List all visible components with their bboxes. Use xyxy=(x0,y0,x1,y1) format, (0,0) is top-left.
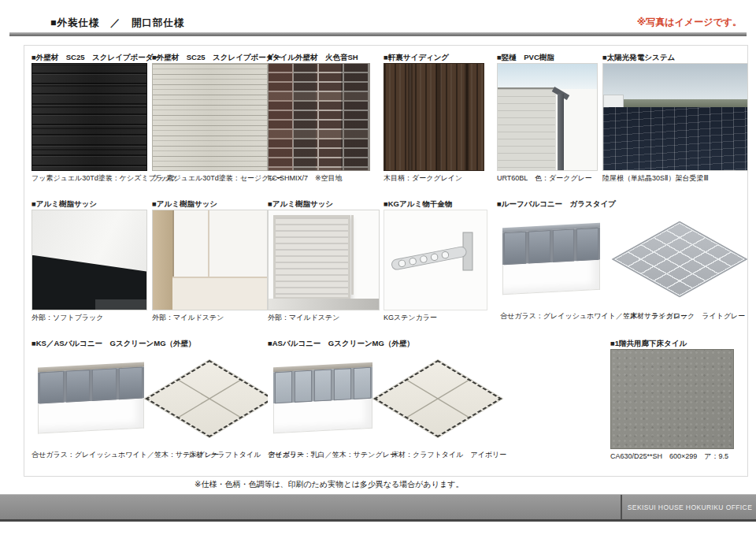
glass-panels xyxy=(502,228,600,265)
tile-grid xyxy=(612,221,748,298)
glass-pane xyxy=(118,367,143,400)
item-caption: 陸屋根（単結晶30SⅡ）架台受梁Ⅲ xyxy=(602,174,747,183)
balcony-railing xyxy=(502,223,600,298)
swatch-wood-grain xyxy=(384,63,484,171)
item-caption: KGステンカラー xyxy=(384,314,486,322)
photo-sash-black xyxy=(32,210,147,310)
spec-item-laundry-bracket: ■KGアルミ物干金物 KGステンカラー xyxy=(384,199,486,322)
swatch-scrape-border-black xyxy=(32,63,147,171)
item-label: ■軒裏サイディング xyxy=(384,52,483,62)
item-label xyxy=(384,338,491,348)
spec-item-sash-black: ■アルミ樹脂サッシ 外部：ソフトブラック xyxy=(32,199,146,322)
bracket-drawing xyxy=(384,210,485,308)
glass-pane xyxy=(334,368,351,400)
glass-pane xyxy=(295,370,312,403)
item-label xyxy=(156,338,262,348)
item-caption: 合せガラス：グレイッシュホワイト／笠木：サテングレー xyxy=(32,451,150,459)
tile-2x2 xyxy=(372,359,502,437)
item-caption: 合せガラス：グレイッシュホワイト／笠木：サテングレー xyxy=(500,312,606,321)
item-label: ■外壁材 SC25 スクレイプボーダー xyxy=(32,52,146,62)
item-label xyxy=(613,199,747,209)
glass-pane xyxy=(354,367,371,399)
guide-rail xyxy=(351,215,354,295)
photo-downspout xyxy=(497,63,598,171)
sky-area xyxy=(498,64,597,89)
item-caption: FC-SHMIX/7 ※空目地 xyxy=(268,174,369,183)
floor-shadow xyxy=(269,299,379,310)
glass-pane xyxy=(528,230,550,263)
item-label: ■外壁材 SC25 スクレイプボーダー xyxy=(152,52,266,62)
glass-panels xyxy=(38,366,144,403)
photo-laundry-bracket xyxy=(384,210,487,310)
lower-panel xyxy=(172,277,267,310)
glass-pane xyxy=(275,371,292,403)
item-caption: 外部：マイルドステン xyxy=(268,314,378,322)
spec-item-exterior-wall-sage: ■外壁材 SC25 スクレイプボーダー フッ素ジュエル30Td塗装：セージグレー xyxy=(152,52,266,183)
tile-2x2 xyxy=(144,359,273,437)
item-label: ■太陽光発電システム xyxy=(602,52,747,62)
drawing-craft-tile xyxy=(384,349,491,448)
item-label: ■タイル外壁材 火色音SH xyxy=(268,52,369,62)
item-caption: 木目柄：ダークグレイン xyxy=(384,174,483,183)
balcony-railing xyxy=(38,362,144,437)
item-caption: CA630/D25**SH 600×299 ア：9.5 xyxy=(610,452,732,461)
footer-divider xyxy=(621,495,622,519)
glass-pane xyxy=(39,371,64,404)
swatch-corridor-tile xyxy=(610,349,734,449)
tree-line xyxy=(603,99,747,108)
item-label: ■アルミ樹脂サッシ xyxy=(32,199,146,209)
photo-sash-beige xyxy=(152,210,268,310)
item-label: ■1階共用廊下床タイル xyxy=(610,338,732,348)
item-label: ■アルミ樹脂サッシ xyxy=(268,199,378,209)
drawing-craft-tile xyxy=(156,349,262,448)
item-caption: URT60BL 色：ダークグレー xyxy=(497,174,596,183)
photo-shutter xyxy=(268,210,380,310)
photo-disclaimer: ※写真はイメージです。 xyxy=(637,16,742,29)
sill xyxy=(95,299,146,310)
footer-band: SEKISUI HOUSE HOKURIKU OFFICE xyxy=(0,494,756,522)
parapet-base xyxy=(502,259,600,295)
siding-wall xyxy=(498,89,555,170)
pipe xyxy=(558,94,564,170)
spec-item-as-balcony: ■ASバルコニー GスクリーンMG（外壁） 合せガラス：乳白／笠木：サテングレー xyxy=(268,338,378,459)
glass-pane xyxy=(92,368,117,401)
item-caption: 外部：ソフトブラック xyxy=(32,314,146,322)
item-caption: 合せガラス：乳白／笠木：サテングレー xyxy=(268,451,378,459)
glass-pane xyxy=(552,229,574,262)
beige-frame xyxy=(153,210,174,310)
page-title: ■外装仕様 ／ 開口部仕様 xyxy=(50,17,185,30)
item-label: ■アルミ樹脂サッシ xyxy=(152,199,266,209)
balcony-railing xyxy=(273,362,372,437)
photo-solar-panels xyxy=(602,63,748,171)
shutter-slats xyxy=(273,215,350,299)
item-caption: フッ素ジュエル30Td塗装：ケシズミブラック xyxy=(32,174,146,183)
office-name: SEKISUI HOUSE HOKURIKU OFFICE xyxy=(624,495,756,519)
spec-item-corridor-floor-tile: ■1階共用廊下床タイル CA630/D25**SH 600×299 ア：9.5 xyxy=(610,338,732,461)
item-label: ■KGアルミ物干金物 xyxy=(384,199,486,209)
spec-item-exterior-wall-black: ■外壁材 SC25 スクレイプボーダー フッ素ジュエル30Td塗装：ケシズミブラ… xyxy=(32,52,146,183)
item-label: ■ルーフバルコニー ガラスタイプ xyxy=(497,199,606,209)
solar-panel-array xyxy=(603,107,747,170)
header-rule xyxy=(9,32,747,36)
swatch-brick-tile xyxy=(268,63,370,171)
spec-sheet-page: ■外装仕様 ／ 開口部仕様 ※写真はイメージです。 ■外壁材 SC25 スクレイ… xyxy=(0,0,756,535)
spec-item-ks-as-floor-tile: 床材：クラフトタイル アイボリー xyxy=(156,338,262,459)
glass-pane xyxy=(576,228,598,261)
iso-tile-wrap xyxy=(438,399,529,490)
item-caption: フッ素ジュエル30Td塗装：セージグレー xyxy=(152,174,266,183)
glass-pane xyxy=(314,369,332,401)
spec-item-sash-beige: ■アルミ樹脂サッシ 外部：マイルドステン xyxy=(152,199,266,322)
swatch-scrape-border-sage xyxy=(152,63,268,171)
drawing-roof-balcony xyxy=(497,210,606,309)
drawing-ks-as-balcony xyxy=(32,349,150,448)
drawing-as-balcony xyxy=(268,349,378,448)
spec-item-as-floor-tile: 床材：クラフトタイル アイボリー xyxy=(384,338,491,459)
spec-item-roof-balcony: ■ルーフバルコニー ガラスタイプ 合せガラス：グレイッシュホワイト／笠木：サテン… xyxy=(497,199,606,321)
parapet-base xyxy=(273,399,372,433)
spec-item-solar-system: ■太陽光発電システム 陸屋根（単結晶30SⅡ）架台受梁Ⅲ xyxy=(602,52,747,183)
spec-item-sash-shutter: ■アルミ樹脂サッシ 外部：マイルドステン xyxy=(268,199,378,322)
spec-item-eaves-siding: ■軒裏サイディング 木目柄：ダークグレイン xyxy=(384,52,483,183)
item-label: ■竪樋 PVC樹脂 xyxy=(497,52,596,62)
spec-item-roof-balcony-floor: 床材：ライカロック ライトグレー xyxy=(613,199,747,321)
spec-item-ks-as-balcony: ■KS／ASバルコニー GスクリーンMG（外壁） 合せガラス：グレイッシュホワイ… xyxy=(32,338,150,459)
